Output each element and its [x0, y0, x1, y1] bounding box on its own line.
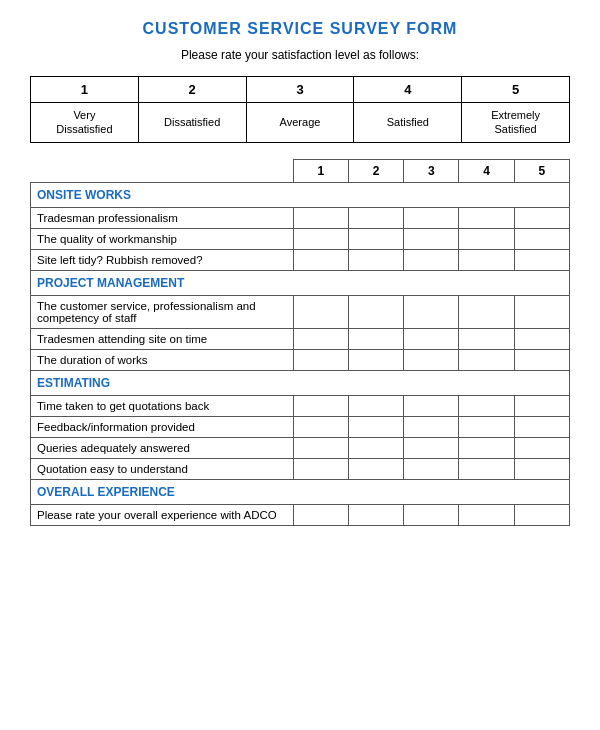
- question-label: Tradesman professionalism: [31, 207, 294, 228]
- rating-cell-2[interactable]: [348, 504, 403, 525]
- table-row: Please rate your overall experience with…: [31, 504, 570, 525]
- rating-cell-4[interactable]: [459, 416, 514, 437]
- scale-num-3: 3: [246, 77, 354, 103]
- rating-cell-3[interactable]: [404, 207, 459, 228]
- question-label: Feedback/information provided: [31, 416, 294, 437]
- page-title: CUSTOMER SERVICE SURVEY FORM: [30, 20, 570, 38]
- table-row: The duration of works: [31, 349, 570, 370]
- scale-num-5: 5: [462, 77, 570, 103]
- table-row: Tradesman professionalism: [31, 207, 570, 228]
- rating-cell-2[interactable]: [348, 395, 403, 416]
- rating-cell-2[interactable]: [348, 228, 403, 249]
- rating-cell-2[interactable]: [348, 328, 403, 349]
- scale-num-1: 1: [31, 77, 139, 103]
- section-label-3: OVERALL EXPERIENCE: [31, 479, 570, 504]
- rating-cell-5[interactable]: [514, 504, 569, 525]
- rating-cell-1[interactable]: [293, 249, 348, 270]
- rating-cell-5[interactable]: [514, 437, 569, 458]
- rating-cell-5[interactable]: [514, 328, 569, 349]
- header-rating-5: 5: [514, 159, 569, 182]
- rating-cell-5[interactable]: [514, 349, 569, 370]
- question-label: The duration of works: [31, 349, 294, 370]
- question-label: Queries adequately answered: [31, 437, 294, 458]
- table-row: Time taken to get quotations back: [31, 395, 570, 416]
- rating-cell-1[interactable]: [293, 207, 348, 228]
- rating-cell-2[interactable]: [348, 458, 403, 479]
- rating-cell-2[interactable]: [348, 207, 403, 228]
- question-label: The quality of workmanship: [31, 228, 294, 249]
- rating-cell-3[interactable]: [404, 328, 459, 349]
- rating-cell-1[interactable]: [293, 458, 348, 479]
- rating-cell-4[interactable]: [459, 295, 514, 328]
- section-row-0: ONSITE WORKS: [31, 182, 570, 207]
- rating-cell-2[interactable]: [348, 437, 403, 458]
- rating-cell-4[interactable]: [459, 328, 514, 349]
- rating-cell-5[interactable]: [514, 458, 569, 479]
- rating-cell-3[interactable]: [404, 228, 459, 249]
- scale-label-2: Dissatisfied: [138, 103, 246, 143]
- rating-cell-3[interactable]: [404, 416, 459, 437]
- rating-cell-4[interactable]: [459, 349, 514, 370]
- rating-cell-2[interactable]: [348, 416, 403, 437]
- table-row: Quotation easy to understand: [31, 458, 570, 479]
- rating-cell-3[interactable]: [404, 458, 459, 479]
- rating-cell-1[interactable]: [293, 437, 348, 458]
- rating-cell-5[interactable]: [514, 249, 569, 270]
- rating-cell-3[interactable]: [404, 249, 459, 270]
- rating-cell-4[interactable]: [459, 395, 514, 416]
- table-row: Tradesmen attending site on time: [31, 328, 570, 349]
- rating-cell-4[interactable]: [459, 504, 514, 525]
- rating-cell-1[interactable]: [293, 349, 348, 370]
- question-label: Time taken to get quotations back: [31, 395, 294, 416]
- rating-cell-4[interactable]: [459, 458, 514, 479]
- rating-cell-3[interactable]: [404, 349, 459, 370]
- section-row-2: ESTIMATING: [31, 370, 570, 395]
- rating-cell-3[interactable]: [404, 437, 459, 458]
- header-rating-4: 4: [459, 159, 514, 182]
- header-rating-3: 3: [404, 159, 459, 182]
- rating-cell-3[interactable]: [404, 395, 459, 416]
- scale-label-3: Average: [246, 103, 354, 143]
- scale-label-5: ExtremelySatisfied: [462, 103, 570, 143]
- rating-cell-1[interactable]: [293, 504, 348, 525]
- scale-num-2: 2: [138, 77, 246, 103]
- rating-cell-1[interactable]: [293, 228, 348, 249]
- rating-cell-1[interactable]: [293, 416, 348, 437]
- section-row-1: PROJECT MANAGEMENT: [31, 270, 570, 295]
- table-row: The customer service, professionalism an…: [31, 295, 570, 328]
- rating-cell-4[interactable]: [459, 207, 514, 228]
- question-label: Tradesmen attending site on time: [31, 328, 294, 349]
- subtitle: Please rate your satisfaction level as f…: [30, 48, 570, 62]
- scale-label-4: Satisfied: [354, 103, 462, 143]
- scale-label-row: VeryDissatisfied Dissatisfied Average Sa…: [31, 103, 570, 143]
- section-label-0: ONSITE WORKS: [31, 182, 570, 207]
- table-row: The quality of workmanship: [31, 228, 570, 249]
- rating-cell-2[interactable]: [348, 295, 403, 328]
- rating-cell-2[interactable]: [348, 349, 403, 370]
- section-label-2: ESTIMATING: [31, 370, 570, 395]
- rating-cell-4[interactable]: [459, 249, 514, 270]
- table-row: Feedback/information provided: [31, 416, 570, 437]
- rating-cell-5[interactable]: [514, 295, 569, 328]
- rating-cell-2[interactable]: [348, 249, 403, 270]
- rating-cell-5[interactable]: [514, 395, 569, 416]
- header-empty-cell: [31, 159, 294, 182]
- scale-num-4: 4: [354, 77, 462, 103]
- rating-cell-5[interactable]: [514, 416, 569, 437]
- rating-cell-1[interactable]: [293, 395, 348, 416]
- table-row: Queries adequately answered: [31, 437, 570, 458]
- rating-cell-4[interactable]: [459, 437, 514, 458]
- rating-cell-4[interactable]: [459, 228, 514, 249]
- rating-cell-1[interactable]: [293, 295, 348, 328]
- rating-cell-5[interactable]: [514, 207, 569, 228]
- survey-header-row: 12345: [31, 159, 570, 182]
- section-row-3: OVERALL EXPERIENCE: [31, 479, 570, 504]
- rating-cell-1[interactable]: [293, 328, 348, 349]
- question-label: The customer service, professionalism an…: [31, 295, 294, 328]
- question-label: Quotation easy to understand: [31, 458, 294, 479]
- rating-cell-3[interactable]: [404, 504, 459, 525]
- table-row: Site left tidy? Rubbish removed?: [31, 249, 570, 270]
- header-rating-1: 1: [293, 159, 348, 182]
- rating-cell-5[interactable]: [514, 228, 569, 249]
- rating-cell-3[interactable]: [404, 295, 459, 328]
